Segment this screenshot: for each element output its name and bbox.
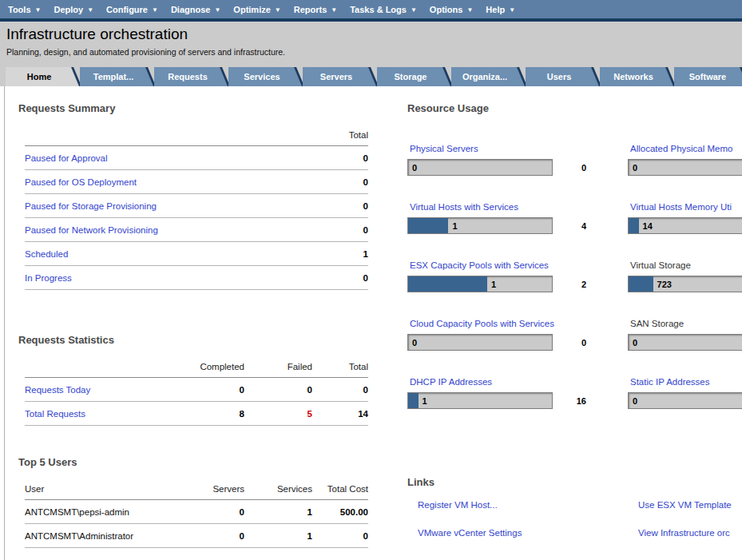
usage-bar: 1 xyxy=(407,392,553,409)
resource-virtual-hosts-services: Virtual Hosts with Services 1 4 xyxy=(407,201,628,234)
link-view-infrastructure-orchestration[interactable]: View Infrastructure orc xyxy=(638,527,742,539)
usage-bar-row: 1 4 xyxy=(407,217,628,234)
usage-bar: 14 xyxy=(628,217,742,234)
usage-bar-fill xyxy=(408,276,487,292)
cell-servers: 0 xyxy=(177,507,244,517)
menu-label: Options xyxy=(430,5,463,14)
link-in-progress[interactable]: In Progress xyxy=(25,273,312,283)
link-virtual-hosts-with-services[interactable]: Virtual Hosts with Services xyxy=(410,201,628,212)
cell-total: 1 xyxy=(312,249,368,259)
usage-value: 1 xyxy=(491,280,496,289)
right-column: Resource Usage Physical Servers 0 0 Virt… xyxy=(392,102,742,560)
menu-item-tools[interactable]: Tools▼ xyxy=(2,0,47,18)
link-cloud-capacity-pools[interactable]: Cloud Capacity Pools with Services xyxy=(410,318,628,329)
table-row: Paused for Network Provisioning 0 xyxy=(25,218,368,242)
usage-value: 0 xyxy=(412,338,417,348)
cell-total: 0 xyxy=(312,153,368,163)
link-vmware-vcenter-settings[interactable]: VMware vCenter Settings xyxy=(418,527,628,539)
usage-bar-fill xyxy=(629,218,639,233)
link-physical-servers[interactable]: Physical Servers xyxy=(410,143,628,154)
link-static-ip-addresses[interactable]: Static IP Addresses xyxy=(630,376,742,387)
usage-total: 16 xyxy=(564,396,586,406)
cell-services: 1 xyxy=(244,507,312,517)
menu-item-options[interactable]: Options▼ xyxy=(423,0,479,18)
link-requests-today[interactable]: Requests Today xyxy=(25,385,177,395)
usage-total: 0 xyxy=(564,163,586,173)
header-servers: Servers xyxy=(177,484,244,494)
link-paused-for-storage-provisioning[interactable]: Paused for Storage Provisioning xyxy=(25,201,312,211)
tab-servers[interactable]: Servers xyxy=(303,67,376,86)
menu-label: Reports xyxy=(294,5,327,14)
menu-item-help[interactable]: Help▼ xyxy=(479,0,522,18)
link-scheduled[interactable]: Scheduled xyxy=(25,249,312,259)
resource-san-storage: SAN Storage 0 xyxy=(628,318,742,351)
link-paused-for-network-provisioning[interactable]: Paused for Network Provisioning xyxy=(25,225,312,235)
resource-physical-servers: Physical Servers 0 0 xyxy=(407,143,628,176)
table-header-row: Total xyxy=(25,124,368,146)
caret-down-icon: ▼ xyxy=(35,7,42,14)
resource-cloud-capacity-pools: Cloud Capacity Pools with Services 0 0 xyxy=(407,318,628,351)
link-dhcp-ip-addresses[interactable]: DHCP IP Addresses xyxy=(410,376,628,387)
tab-label: Networks xyxy=(600,67,673,86)
menu-item-diagnose[interactable]: Diagnose▼ xyxy=(165,0,227,18)
usage-bar: 0 xyxy=(628,334,742,351)
caret-down-icon: ▼ xyxy=(411,7,417,14)
caret-down-icon: ▼ xyxy=(331,7,337,14)
resource-static-ip-addresses: Static IP Addresses 0 xyxy=(628,376,742,409)
link-use-esx-vm-template[interactable]: Use ESX VM Template xyxy=(638,499,742,511)
header-total: Total xyxy=(312,130,368,140)
left-column: Requests Summary Total Paused for Approv… xyxy=(5,102,392,560)
table-row: Total Requests 8 5 14 xyxy=(25,402,368,426)
label-san-storage: SAN Storage xyxy=(630,318,742,329)
usage-value: 14 xyxy=(643,221,653,231)
links-grid: Register VM Host... VMware vCenter Setti… xyxy=(407,499,742,555)
resource-allocated-physical-memory: Allocated Physical Memo 0 xyxy=(628,143,742,176)
usage-value: 723 xyxy=(657,280,672,289)
top-menu-bar: Tools▼ Deploy▼ Configure▼ Diagnose▼ Opti… xyxy=(0,0,742,18)
menu-item-deploy[interactable]: Deploy▼ xyxy=(47,0,100,18)
menu-item-tasks-logs[interactable]: Tasks & Logs▼ xyxy=(343,0,423,18)
tab-networks[interactable]: Networks xyxy=(600,67,673,86)
link-allocated-physical-memory[interactable]: Allocated Physical Memo xyxy=(630,143,742,154)
requests-statistics-table: Completed Failed Total Requests Today 0 … xyxy=(25,355,368,426)
usage-bar-row: 1 2 xyxy=(407,276,628,292)
tab-templates[interactable]: Templat... xyxy=(80,67,153,86)
resource-esx-capacity-pools: ESX Capacity Pools with Services 1 2 xyxy=(407,260,628,292)
usage-total: 2 xyxy=(564,280,586,289)
link-esx-capacity-pools[interactable]: ESX Capacity Pools with Services xyxy=(410,260,628,271)
tab-users[interactable]: Users xyxy=(526,67,599,86)
requests-summary-heading: Requests Summary xyxy=(18,102,392,114)
menu-item-reports[interactable]: Reports▼ xyxy=(288,0,343,18)
caret-down-icon: ▼ xyxy=(152,7,158,14)
menu-item-configure[interactable]: Configure▼ xyxy=(100,0,165,18)
link-paused-for-os-deployment[interactable]: Paused for OS Deployment xyxy=(25,177,312,187)
tab-organizations[interactable]: Organiza... xyxy=(451,67,525,86)
tab-services[interactable]: Services xyxy=(228,67,302,86)
cell-total: 0 xyxy=(312,225,368,235)
page-title: Infrastructure orchestration xyxy=(6,26,742,43)
menu-item-optimize[interactable]: Optimize▼ xyxy=(227,0,287,18)
link-register-vm-host[interactable]: Register VM Host... xyxy=(418,499,628,511)
link-virtual-hosts-memory[interactable]: Virtual Hosts Memory Uti xyxy=(630,201,742,212)
link-paused-for-approval[interactable]: Paused for Approval xyxy=(25,153,312,163)
cell-total: 14 xyxy=(312,409,368,419)
usage-bar-row: 0 xyxy=(628,392,742,409)
resource-usage-heading: Resource Usage xyxy=(407,102,742,114)
usage-bar: 0 xyxy=(628,159,742,176)
cell-total: 0 xyxy=(312,273,368,283)
tab-requests[interactable]: Requests xyxy=(154,67,228,86)
caret-down-icon: ▼ xyxy=(214,7,220,14)
link-total-requests[interactable]: Total Requests xyxy=(25,409,177,419)
table-row: Scheduled 1 xyxy=(25,242,368,266)
menu-label: Configure xyxy=(106,5,148,14)
cell-completed: 0 xyxy=(177,385,244,395)
cell-services: 1 xyxy=(244,531,312,541)
tab-software[interactable]: Software xyxy=(674,67,742,86)
tab-storage[interactable]: Storage xyxy=(377,67,450,86)
cell-completed: 8 xyxy=(177,409,244,419)
requests-summary-table: Total Paused for Approval 0 Paused for O… xyxy=(25,124,368,290)
menu-label: Help xyxy=(486,5,505,14)
tab-home[interactable]: Home xyxy=(6,67,79,86)
usage-bar-row: 0 xyxy=(628,334,742,351)
links-column-left: Register VM Host... VMware vCenter Setti… xyxy=(407,499,628,555)
